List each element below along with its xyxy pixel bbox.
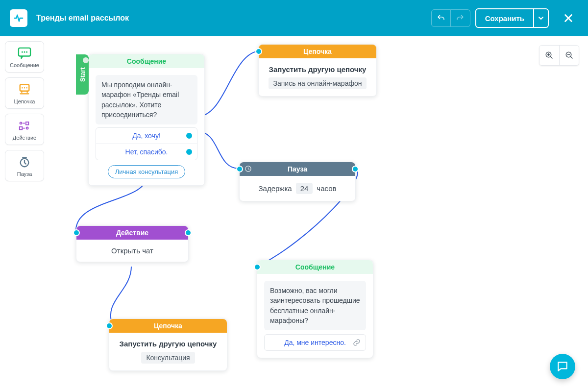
message-icon: [17, 47, 32, 59]
message-text: Возможно, вас могли заинтересовать проше…: [264, 281, 366, 330]
palette-item-chain[interactable]: Цепочка: [5, 77, 44, 109]
redo-icon: [456, 14, 465, 23]
node-title: Запустить другую цепочку: [116, 340, 220, 348]
node-pause[interactable]: Пауза Задержка 24 часов: [239, 162, 356, 201]
option-label: Да, мне интересно.: [284, 339, 346, 346]
app-header: Тренды email рассылок Сохранить: [0, 0, 588, 36]
node-header: Пауза: [240, 162, 355, 176]
delay-post: часов: [317, 184, 336, 193]
palette-label: Действие: [13, 135, 36, 141]
option-yes[interactable]: Да, хочу!: [96, 128, 197, 144]
svg-point-1: [22, 51, 23, 53]
clock-icon: [245, 165, 252, 174]
palette-item-message[interactable]: Сообщение: [5, 41, 44, 73]
node-body: Запустить другую цепочку Консультация: [109, 333, 227, 370]
port-in: [254, 264, 261, 270]
node-action[interactable]: Действие Открыть чат: [76, 225, 189, 262]
page-title: Тренды email рассылок: [36, 14, 431, 23]
palette-item-action[interactable]: Действие: [5, 114, 44, 145]
node-body: Мы проводим онлайн-марафон «Тренды email…: [89, 68, 204, 185]
chain-target-chip: Консультация: [141, 352, 195, 364]
node-body: Открыть чат: [76, 240, 188, 262]
node-header: Действие: [76, 226, 188, 240]
svg-point-11: [26, 127, 28, 129]
pause-icon: [17, 155, 32, 168]
history-group: [431, 9, 470, 27]
node-chain-bottom[interactable]: Цепочка Запустить другую цепочку Консуль…: [109, 318, 227, 371]
chain-icon: [17, 83, 32, 96]
node-header-label: Пауза: [288, 165, 307, 173]
save-button[interactable]: Сохранить: [475, 8, 534, 28]
node-body: Задержка 24 часов: [240, 176, 355, 201]
palette-label: Пауза: [17, 171, 32, 177]
delay-value: 24: [296, 183, 313, 194]
port-icon: [186, 133, 192, 139]
message-options: Да, хочу! Нет, спасибо.: [96, 127, 197, 160]
zoom-in-button[interactable]: [539, 46, 559, 65]
chain-target-chip: Запись на онлайн-марафон: [269, 77, 367, 89]
port-in: [106, 322, 113, 329]
option-label: Да, хочу!: [132, 132, 161, 140]
node-header: Цепочка: [109, 319, 227, 333]
undo-button[interactable]: [431, 9, 451, 27]
close-icon: [563, 13, 574, 24]
node-chain-top[interactable]: Цепочка Запустить другую цепочку Запись …: [258, 44, 377, 97]
node-message-followup[interactable]: Сообщение Возможно, вас могли заинтересо…: [257, 260, 373, 358]
palette-label: Цепочка: [14, 98, 35, 104]
zoom-in-icon: [545, 51, 554, 60]
zoom-out-button[interactable]: [559, 46, 579, 65]
help-chat-button[interactable]: [550, 354, 575, 379]
zoom-controls: [539, 45, 579, 66]
svg-point-7: [26, 87, 27, 88]
node-header-label: Действие: [116, 229, 148, 237]
save-dropdown-button[interactable]: [534, 8, 549, 28]
node-body: Возможно, вас могли заинтересовать проше…: [257, 274, 373, 358]
palette-item-pause[interactable]: Пауза: [5, 150, 44, 181]
node-header-label: Цепочка: [154, 322, 182, 330]
pulse-icon: [13, 13, 24, 24]
svg-rect-9: [26, 122, 29, 125]
flow-canvas[interactable]: Start Сообщение Мы проводим онлайн-мараф…: [49, 36, 588, 392]
option-interested[interactable]: Да, мне интересно.: [265, 335, 366, 350]
port-icon: [186, 149, 192, 155]
node-header: Сообщение: [257, 260, 373, 274]
consultation-pill[interactable]: Личная консультация: [108, 165, 186, 178]
zoom-out-icon: [565, 51, 574, 60]
port-out: [352, 166, 359, 172]
node-header-label: Цепочка: [303, 48, 332, 55]
action-title: Открыть чат: [83, 246, 181, 255]
header-actions: Сохранить: [431, 8, 578, 28]
node-header: Сообщение: [89, 54, 204, 68]
node-message-start[interactable]: Start Сообщение Мы проводим онлайн-мараф…: [88, 54, 205, 186]
palette-label: Сообщение: [10, 62, 39, 68]
svg-point-2: [24, 51, 25, 53]
delay-pre: Задержка: [259, 184, 292, 193]
port-in: [255, 48, 262, 55]
chevron-down-icon: [539, 16, 543, 21]
palette-sidebar: Сообщение Цепочка Действие Пауза: [5, 41, 44, 181]
chat-icon: [556, 360, 569, 373]
svg-point-8: [20, 122, 22, 124]
node-body: Запустить другую цепочку Запись на онлай…: [259, 58, 376, 96]
message-text: Мы проводим онлайн-марафон «Тренды email…: [96, 75, 197, 124]
save-group: Сохранить: [475, 8, 549, 28]
redo-button[interactable]: [451, 9, 470, 27]
node-header-label: Сообщение: [127, 57, 166, 65]
port-out: [185, 229, 192, 236]
svg-point-5: [22, 87, 23, 88]
link-icon: [353, 339, 361, 346]
port-in: [73, 229, 80, 236]
node-header: Цепочка: [259, 45, 376, 58]
message-options: Да, мне интересно.: [264, 334, 366, 351]
svg-point-6: [24, 87, 25, 88]
option-no[interactable]: Нет, спасибо.: [96, 144, 197, 160]
node-title: Запустить другую цепочку: [266, 65, 369, 74]
close-button[interactable]: [559, 8, 578, 28]
svg-rect-10: [20, 127, 23, 130]
undo-icon: [437, 14, 445, 23]
node-header-label: Сообщение: [295, 263, 335, 271]
svg-point-3: [26, 51, 27, 53]
option-label: Нет, спасибо.: [125, 148, 168, 156]
app-logo: [10, 9, 27, 27]
action-icon: [17, 119, 32, 132]
